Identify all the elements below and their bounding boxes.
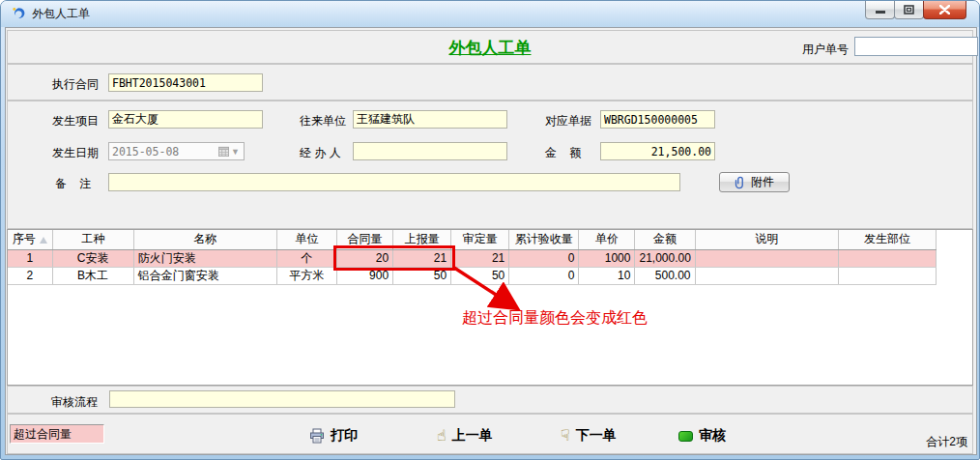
column-header-label: 单位 — [295, 232, 318, 245]
table-cell[interactable]: 10 — [579, 267, 635, 284]
column-header-9[interactable]: 单价 — [579, 230, 635, 249]
column-header-label: 单价 — [595, 232, 619, 245]
attachment-button-label: 附件 — [751, 174, 774, 190]
date-value: 2015-05-08 — [109, 145, 215, 158]
calendar-icon — [218, 146, 229, 157]
titlebar: 外包人工单 — [1, 1, 979, 27]
table-cell[interactable]: 防火门安装 — [133, 249, 276, 267]
over-contract-legend: 超过合同量 — [10, 424, 104, 444]
close-icon — [939, 5, 950, 14]
table-cell[interactable]: 1000 — [579, 249, 635, 267]
column-header-12[interactable]: 发生部位 — [838, 230, 936, 249]
table-cell[interactable]: 铝合金门窗安装 — [133, 267, 276, 284]
amount-input[interactable] — [600, 142, 715, 160]
minimize-icon — [876, 6, 885, 14]
table-header-row: 序号工种名称单位合同量上报量审定量累计验收量单价金额说明发生部位 — [8, 230, 937, 249]
column-header-label: 说明 — [755, 232, 778, 245]
previous-order-button[interactable]: ☝ 上一单 — [437, 426, 493, 446]
next-order-button[interactable]: ☟ 下一单 — [561, 426, 617, 446]
column-header-2[interactable]: 工种 — [52, 230, 133, 249]
date-picker[interactable]: 2015-05-08 ▼ — [108, 142, 245, 160]
restore-icon — [904, 5, 914, 14]
minimize-button[interactable] — [865, 1, 895, 19]
table-cell[interactable]: 500.00 — [635, 267, 695, 284]
counterpart-input[interactable] — [353, 110, 507, 129]
annotation-text: 超过合同量颜色会变成红色 — [462, 308, 648, 329]
counterpart-label: 往来单位 — [300, 113, 346, 129]
review-input[interactable] — [109, 390, 455, 408]
attachment-button[interactable]: 附件 — [719, 172, 790, 192]
hand-down-icon: ☟ — [561, 428, 570, 444]
table-cell[interactable]: 21,000.00 — [635, 249, 695, 267]
header-panel: 外包人工单 用户单号 — [7, 30, 973, 64]
review-panel: 审核流程 — [7, 386, 973, 414]
table-cell[interactable] — [838, 267, 936, 284]
column-header-label: 审定量 — [463, 232, 498, 245]
column-header-1[interactable]: 序号 — [8, 230, 52, 249]
sort-ascending-icon — [40, 237, 47, 244]
user-no-label: 用户单号 — [802, 42, 849, 58]
chevron-down-icon: ▼ — [231, 147, 240, 157]
review-label: 审核流程 — [51, 394, 98, 411]
table-cell[interactable] — [695, 249, 838, 267]
print-button[interactable]: 打印 — [309, 426, 358, 446]
column-header-3[interactable]: 名称 — [133, 230, 276, 249]
calendar-dropdown-button[interactable]: ▼ — [215, 143, 244, 159]
column-header-4[interactable]: 单位 — [276, 230, 336, 249]
amount-label: 金 额 — [545, 145, 581, 161]
audit-status-icon — [678, 431, 693, 442]
close-button[interactable] — [923, 1, 966, 19]
contract-input[interactable] — [108, 73, 263, 92]
column-header-label: 金额 — [653, 232, 677, 245]
printer-icon — [309, 428, 325, 444]
column-header-11[interactable]: 说明 — [695, 230, 838, 249]
restore-button[interactable] — [894, 1, 924, 19]
footer-panel: 超过合同量 打印 ☝ 上一单 ☟ 下一单 审核 合计2项 — [7, 414, 973, 454]
remark-label: 备 注 — [55, 176, 91, 192]
contract-label: 执行合同 — [52, 76, 99, 93]
table-cell[interactable] — [838, 249, 936, 267]
column-header-label: 合同量 — [348, 232, 383, 245]
previous-order-label: 上一单 — [452, 427, 493, 445]
date-label: 发生日期 — [52, 145, 99, 161]
table-cell[interactable]: 2 — [8, 267, 52, 284]
next-order-label: 下一单 — [576, 427, 617, 445]
user-no-input[interactable] — [854, 37, 978, 56]
table-cell[interactable]: C安装 — [52, 249, 133, 267]
project-input[interactable] — [108, 110, 263, 129]
column-header-label: 上报量 — [405, 232, 440, 245]
column-header-label: 序号 — [13, 232, 36, 245]
contract-panel: 执行合同 — [7, 64, 973, 101]
hand-up-icon: ☝ — [437, 428, 447, 444]
handler-label: 经 办 人 — [300, 145, 341, 161]
print-button-label: 打印 — [331, 427, 358, 445]
table-cell[interactable]: 1 — [8, 249, 52, 267]
form-panel: 发生项目 往来单位 对应单据 发生日期 2015-05-08 ▼ 经 办 人 — [7, 101, 973, 229]
column-header-8[interactable]: 累计验收量 — [509, 230, 579, 249]
app-icon — [11, 6, 27, 22]
table-cell[interactable] — [695, 267, 838, 284]
column-header-label: 累计验收量 — [515, 232, 573, 245]
handler-input[interactable] — [353, 142, 507, 160]
window-outsourcing-labor-order: 外包人工单 外包人工单 用户单号 执行合同 — [0, 0, 980, 460]
doc-input[interactable] — [600, 110, 715, 129]
column-header-10[interactable]: 金额 — [635, 230, 695, 249]
table-cell[interactable]: 平方米 — [276, 267, 336, 284]
window-title: 外包人工单 — [32, 1, 90, 26]
doc-label: 对应单据 — [545, 113, 591, 129]
column-header-label: 发生部位 — [864, 232, 910, 245]
column-header-label: 名称 — [193, 232, 216, 245]
project-label: 发生项目 — [52, 113, 99, 129]
table-cell[interactable]: B木工 — [52, 267, 133, 284]
total-items-label: 合计2项 — [926, 434, 967, 450]
remark-input[interactable] — [108, 173, 680, 191]
table-cell[interactable]: 个 — [276, 249, 336, 267]
column-header-7[interactable]: 审定量 — [451, 230, 509, 249]
paperclip-icon — [735, 176, 746, 189]
column-header-label: 工种 — [81, 232, 104, 245]
audit-button[interactable]: 审核 — [678, 426, 726, 446]
audit-button-label: 审核 — [699, 427, 726, 445]
over-contract-highlight-box — [333, 245, 455, 271]
